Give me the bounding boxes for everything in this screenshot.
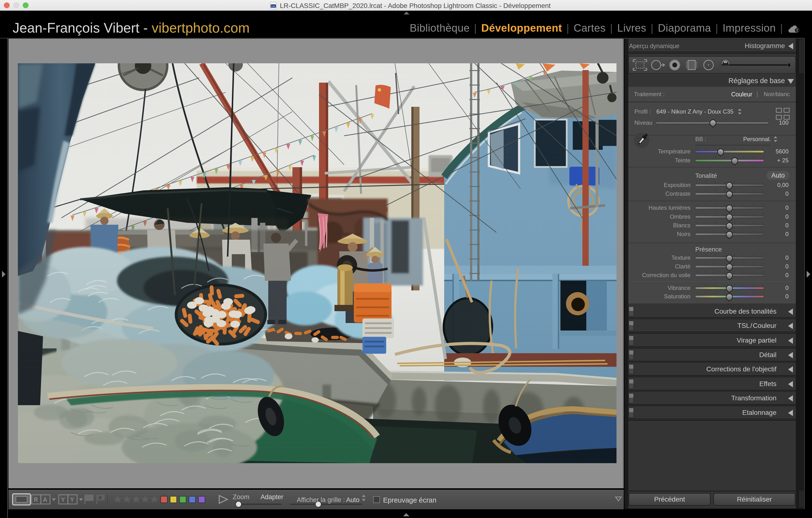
svg-text:A: A (43, 496, 47, 504)
svg-text:Y: Y (61, 496, 65, 504)
svg-text:Y: Y (70, 496, 74, 504)
svg-text:R: R (34, 496, 38, 504)
